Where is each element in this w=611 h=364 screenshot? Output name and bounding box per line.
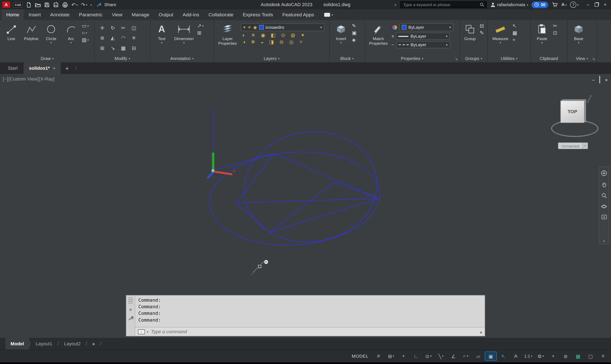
stretch-tool[interactable]: ⊟ [132,45,136,51]
group-tool[interactable]: Group [462,22,478,41]
undo-dropdown-icon[interactable]: ▾ [76,3,78,6]
circle-dropdown-icon[interactable]: ▾ [50,41,52,44]
polar-tracking-toggle[interactable]: ⊙▾ [423,352,434,360]
selection-modes-toggle[interactable]: ↖ [498,352,509,360]
new-layout-button[interactable]: + [87,338,100,350]
showmotion-button[interactable] [601,215,607,220]
drawing-area[interactable]: [−] [Custom View] [X-Ray] – × [0,74,611,338]
layer-walk-tool[interactable]: ✦ [300,33,305,38]
command-window-grip[interactable]: × [126,296,135,336]
move-tool[interactable]: ✛ [100,25,104,30]
doc-restore-button[interactable] [599,76,600,83]
layer-lock-tool[interactable]: ◧ [271,33,276,38]
search-expand-chevron[interactable]: ▸ [395,3,396,7]
properties-panel-label[interactable]: Properties▾ [365,54,460,62]
block-panel-label[interactable]: Block▾ [330,54,364,62]
model-space-indicator[interactable]: MODEL [352,354,369,359]
layer-isolate-tool[interactable]: ☀ [251,33,255,38]
layer-unlock-tool[interactable]: ◨ [269,39,274,44]
layer-merge-tool[interactable]: ✧ [299,39,303,44]
ribbon-tab-home[interactable]: Home [1,9,24,20]
zoom-button[interactable] [601,193,607,199]
ribbon-tab-parametric[interactable]: Parametric [74,9,107,20]
dimension-tool[interactable]: Dimension ▾ [173,22,195,44]
help-menu[interactable]: ?▾ [570,1,579,8]
new-file-button[interactable] [26,2,32,8]
clean-screen-toggle[interactable]: ▢ [585,352,596,360]
save-as-button[interactable] [53,2,59,8]
linetype-dropdown-icon[interactable]: ▾ [446,43,448,47]
layer-prev-tool[interactable]: ◍ [291,33,295,38]
qat-customize-icon[interactable]: ▾ [90,3,92,6]
hatch-tool[interactable]: ▨▾ [82,37,89,42]
create-block-tool[interactable]: ▣ [352,30,357,35]
layer-select-dropdown[interactable]: ● ☀ ◉ icosaedro ▾ [241,23,324,31]
ribbon-tab-express-tools[interactable]: Express Tools [238,9,278,20]
base-tool[interactable]: Base ▾ [570,22,587,44]
isolate-objects-control[interactable]: ⊘ [560,352,571,360]
lineweight-dropdown-icon[interactable]: ▾ [446,34,447,38]
edit-attribute-tool[interactable]: ✎ [352,23,357,28]
annotation-monitor-toggle[interactable]: + [548,352,559,360]
text-dropdown-icon[interactable]: ▾ [161,41,162,44]
erase-tool[interactable]: ◫ [131,25,136,30]
graphics-performance-control[interactable]: ▦ [572,352,584,360]
save-button[interactable] [44,2,50,8]
close-tab-icon[interactable]: × [53,66,55,70]
navbar-customize-icon[interactable]: ▾ [603,240,605,243]
named-view-control[interactable]: Unnamed ▾ [558,143,588,149]
view-panel-launcher-icon[interactable]: ↘ [592,57,595,61]
command-window[interactable]: × Command: Command: Command: Command: › … [126,295,485,337]
layer-thaw-all-tool[interactable]: ❄ [251,39,255,44]
viewcube-top-face[interactable]: TOP [560,101,584,123]
draw-panel-label[interactable]: Draw▾ [0,54,94,62]
paste-tool[interactable]: Paste ▾ [533,22,551,44]
mirror-tool[interactable]: ◭ [111,35,115,40]
table-tool[interactable]: ⊞ [197,30,204,35]
text-tool[interactable]: A Text ▾ [153,22,171,44]
doc-close-button[interactable]: × [605,77,608,83]
utilities-panel-label[interactable]: Utilities▾ [488,54,530,62]
autodesk-apps-menu[interactable]: A▾ [561,2,567,7]
ribbon-tab-insert[interactable]: Insert [24,9,45,20]
annotation-panel-label[interactable]: Annotation▾ [150,54,214,62]
object-color-dropdown[interactable]: ByLayer ▾ [399,23,453,31]
full-navigation-wheel-button[interactable] [601,170,607,176]
dimension-dropdown-icon[interactable]: ▾ [183,41,184,44]
ribbon-tab-featured-apps[interactable]: Featured Apps [278,9,319,20]
rectangle-tool[interactable]: ▭▾ [82,23,89,28]
window-restore-button[interactable] [592,0,601,9]
ribbon-tab-collaborate[interactable]: Collaborate [204,9,238,20]
search-box[interactable] [400,1,487,8]
doc-minimize-button[interactable]: – [592,77,595,83]
layer-off-tool[interactable]: ◐ [242,33,245,38]
ribbon-tab-addins[interactable]: Add-ins [178,9,204,20]
match-properties-tool[interactable]: Match Properties [367,22,390,46]
object-color-dropdown-icon[interactable]: ▾ [449,26,451,29]
trial-days-badge[interactable]: 30 [532,1,548,8]
object-snap-toggle[interactable]: ⌐▾ [460,352,471,360]
isometric-drafting-toggle[interactable]: ╲▾ [435,352,447,360]
object-snap-tracking-toggle[interactable]: ∠ [448,352,459,360]
viewport-control-menu[interactable]: [−] [3,76,8,82]
paste-dropdown-icon[interactable]: ▾ [541,41,543,44]
groups-panel-label[interactable]: Groups▾ [460,54,488,62]
quick-calculator-tool[interactable]: ▦ [512,30,517,35]
viewcube[interactable]: TOP BACK Unnamed ▾ [549,94,601,154]
layer-on-all-tool[interactable]: ◑ [242,39,245,44]
group-edit-tool[interactable]: ✎ [480,30,484,35]
account-menu[interactable]: rafaelabcmaia ▾ [490,2,528,7]
layer-match-tool[interactable]: ⊙ [281,33,285,38]
array-tool[interactable]: ▦ [121,45,126,51]
circle-tool[interactable]: Circle ▾ [42,22,60,44]
command-input[interactable] [150,329,478,335]
measure-tool[interactable]: Measure ▾ [490,22,510,44]
recent-commands-icon[interactable]: ▾ [147,330,148,333]
id-point-tool[interactable]: + [512,37,517,42]
insert-dropdown-icon[interactable]: ▾ [340,41,341,44]
redo-button[interactable]: ↷▾ [81,2,87,7]
plot-button[interactable] [62,2,68,8]
new-tab-button[interactable]: + [61,62,73,74]
quick-select-tool[interactable]: ↖ [512,23,517,28]
viewport-visual-style-control[interactable]: [X-Ray] [39,76,54,82]
